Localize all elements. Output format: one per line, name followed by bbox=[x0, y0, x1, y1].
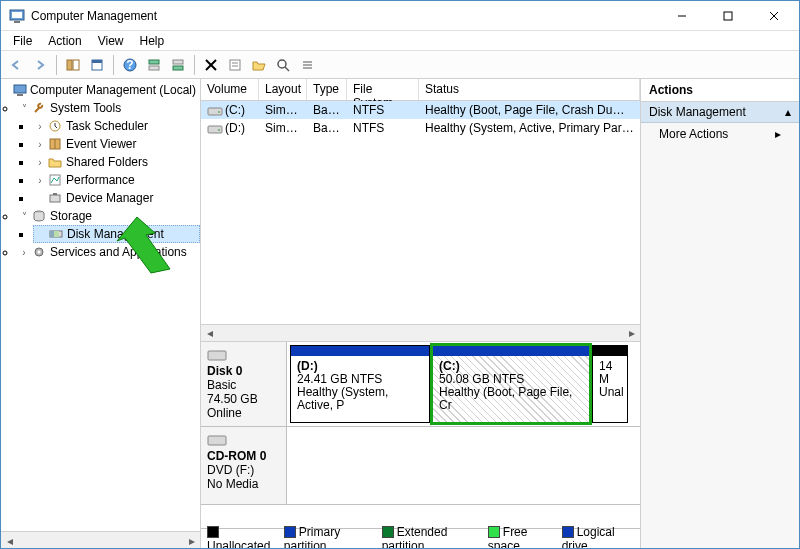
partition[interactable]: (D:)24.41 GB NTFSHealthy (System, Active… bbox=[290, 345, 430, 423]
tree-label: Services and Applications bbox=[50, 245, 187, 259]
swatch-icon bbox=[562, 526, 574, 538]
toolbar-separator bbox=[56, 55, 57, 75]
collapse-icon: ▴ bbox=[785, 105, 791, 119]
actions-section-label: Disk Management bbox=[649, 105, 746, 119]
app-icon bbox=[9, 8, 25, 24]
legend-extended: Extended partition bbox=[382, 525, 480, 550]
minimize-button[interactable] bbox=[659, 1, 705, 31]
col-type[interactable]: Type bbox=[307, 79, 347, 100]
forward-button[interactable] bbox=[29, 54, 51, 76]
col-layout[interactable]: Layout bbox=[259, 79, 307, 100]
svg-rect-34 bbox=[53, 193, 57, 195]
col-status[interactable]: Status bbox=[419, 79, 640, 100]
tree-performance[interactable]: ›Performance bbox=[33, 171, 200, 189]
svg-rect-16 bbox=[173, 66, 183, 70]
tree-task-scheduler[interactable]: ›Task Scheduler bbox=[33, 117, 200, 135]
properties-button[interactable] bbox=[86, 54, 108, 76]
svg-rect-43 bbox=[208, 126, 222, 133]
svg-rect-19 bbox=[230, 60, 240, 70]
toolbar-separator bbox=[113, 55, 114, 75]
col-fs[interactable]: File System bbox=[347, 79, 419, 100]
legend-primary: Primary partition bbox=[284, 525, 374, 550]
device-icon bbox=[47, 190, 63, 206]
center-pane: Volume Layout Type File System Status (C… bbox=[201, 79, 641, 548]
volume-list: Volume Layout Type File System Status (C… bbox=[201, 79, 640, 342]
storage-icon bbox=[31, 208, 47, 224]
tools-icon bbox=[31, 100, 47, 116]
tree-root[interactable]: ▾ Computer Management (Local) bbox=[1, 81, 200, 99]
svg-point-42 bbox=[218, 111, 220, 113]
volume-row[interactable]: (C:)SimpleBasicNTFSHealthy (Boot, Page F… bbox=[201, 101, 640, 119]
svg-rect-4 bbox=[724, 12, 732, 20]
scroll-right-icon[interactable]: ▸ bbox=[183, 532, 200, 548]
close-button[interactable] bbox=[751, 1, 797, 31]
svg-point-22 bbox=[278, 60, 286, 68]
svg-rect-37 bbox=[50, 231, 54, 237]
volume-hscrollbar[interactable]: ◂ ▸ bbox=[201, 324, 640, 341]
svg-line-23 bbox=[285, 67, 289, 71]
rescan-icon[interactable] bbox=[272, 54, 294, 76]
clock-icon bbox=[47, 118, 63, 134]
tree-label: Disk Management bbox=[67, 227, 164, 241]
tree-shared-folders[interactable]: ›Shared Folders bbox=[33, 153, 200, 171]
tree-label: Performance bbox=[66, 173, 135, 187]
menu-view[interactable]: View bbox=[90, 32, 132, 50]
scroll-left-icon[interactable]: ◂ bbox=[1, 532, 18, 548]
actions-more[interactable]: More Actions ▸ bbox=[641, 123, 799, 145]
back-button[interactable] bbox=[5, 54, 27, 76]
col-volume[interactable]: Volume bbox=[201, 79, 259, 100]
menu-help[interactable]: Help bbox=[132, 32, 173, 50]
svg-rect-27 bbox=[14, 85, 26, 93]
tree-label: Task Scheduler bbox=[66, 119, 148, 133]
tree-services-apps[interactable]: ›Services and Applications bbox=[17, 243, 200, 261]
toolbar-separator bbox=[194, 55, 195, 75]
tree-storage[interactable]: ˅ Storage bbox=[17, 207, 200, 225]
folder-share-icon bbox=[47, 154, 63, 170]
legend-free: Free space bbox=[488, 525, 554, 550]
svg-point-40 bbox=[38, 251, 41, 254]
svg-rect-15 bbox=[173, 60, 183, 64]
actions-section[interactable]: Disk Management ▴ bbox=[641, 102, 799, 123]
svg-rect-33 bbox=[50, 195, 60, 202]
window-title: Computer Management bbox=[31, 9, 659, 23]
scroll-right-icon[interactable]: ▸ bbox=[623, 325, 640, 342]
tree-label: System Tools bbox=[50, 101, 121, 115]
actions-header: Actions bbox=[641, 79, 799, 102]
tree-label: Storage bbox=[50, 209, 92, 223]
partition[interactable]: (C:)50.08 GB NTFSHealthy (Boot, Page Fil… bbox=[432, 345, 590, 423]
disk-info[interactable]: Disk 0Basic74.50 GBOnline bbox=[201, 342, 287, 426]
volume-row[interactable]: (D:)SimpleBasicNTFSHealthy (System, Acti… bbox=[201, 119, 640, 137]
disk-row: CD-ROM 0DVD (F:)No Media bbox=[201, 427, 640, 505]
list-icon[interactable] bbox=[296, 54, 318, 76]
perf-icon bbox=[47, 172, 63, 188]
tree-device-manager[interactable]: ›Device Manager bbox=[33, 189, 200, 207]
partition[interactable]: 14 MUnal bbox=[592, 345, 628, 423]
disk-info[interactable]: CD-ROM 0DVD (F:)No Media bbox=[201, 427, 287, 504]
help-button[interactable]: ? bbox=[119, 54, 141, 76]
volume-list-header: Volume Layout Type File System Status bbox=[201, 79, 640, 101]
svg-rect-2 bbox=[14, 21, 20, 23]
maximize-button[interactable] bbox=[705, 1, 751, 31]
computer-icon bbox=[13, 82, 27, 98]
tree-event-viewer[interactable]: ›Event Viewer bbox=[33, 135, 200, 153]
tree-disk-management[interactable]: ›Disk Management bbox=[33, 225, 200, 243]
scroll-left-icon[interactable]: ◂ bbox=[201, 325, 218, 342]
show-hide-tree-button[interactable] bbox=[62, 54, 84, 76]
svg-rect-41 bbox=[208, 108, 222, 115]
delete-icon[interactable] bbox=[200, 54, 222, 76]
menu-action[interactable]: Action bbox=[40, 32, 89, 50]
tree-system-tools[interactable]: ˅ System Tools bbox=[17, 99, 200, 117]
drive-icon bbox=[207, 105, 223, 117]
toolbar: ? bbox=[1, 51, 799, 79]
view-top-button[interactable] bbox=[143, 54, 165, 76]
menu-file[interactable]: File bbox=[5, 32, 40, 50]
swatch-icon bbox=[382, 526, 394, 538]
svg-rect-13 bbox=[149, 60, 159, 64]
view-bottom-button[interactable] bbox=[167, 54, 189, 76]
svg-rect-46 bbox=[208, 436, 226, 445]
tree-hscrollbar[interactable]: ◂ ▸ bbox=[1, 531, 200, 548]
svg-rect-32 bbox=[50, 175, 60, 185]
swatch-icon bbox=[207, 526, 219, 538]
settings-icon[interactable] bbox=[224, 54, 246, 76]
open-icon[interactable] bbox=[248, 54, 270, 76]
